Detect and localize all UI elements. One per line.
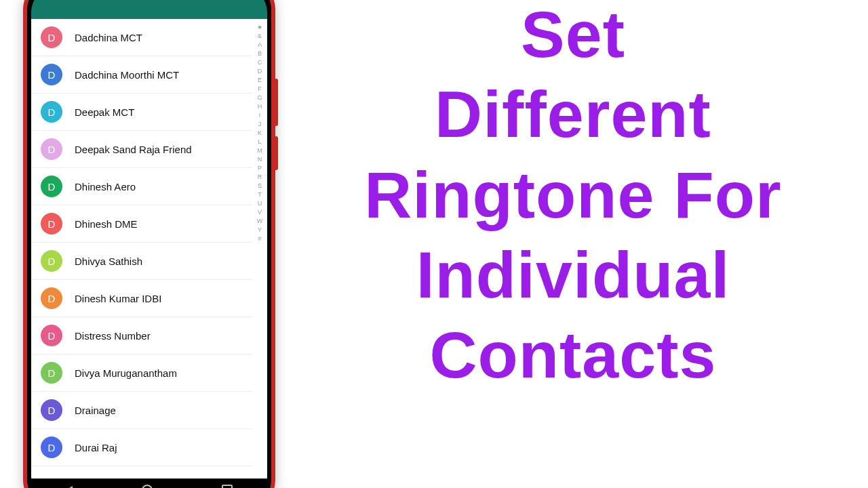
contact-name: Deepak MCT [75, 106, 134, 118]
contact-row[interactable]: DDrainage [31, 392, 252, 429]
contact-name: Drainage [75, 405, 116, 416]
android-nav-bar [31, 479, 267, 488]
contact-row[interactable]: DDistress Number [31, 317, 252, 354]
contact-row[interactable]: DDinesh Kumar IDBI [31, 280, 252, 317]
contact-row[interactable]: DDeepak MCT [31, 94, 252, 131]
index-letter[interactable]: C [258, 58, 262, 66]
index-letter[interactable]: D [258, 67, 262, 75]
contact-name: Divya Muruganantham [75, 367, 177, 379]
index-letter[interactable]: M [257, 146, 262, 155]
contact-name: Dhinesh Aero [75, 181, 136, 192]
index-letter[interactable]: B [258, 49, 262, 58]
contact-avatar: D [41, 287, 62, 309]
contact-name: Dadchina MCT [75, 32, 142, 43]
contact-row[interactable]: DDhivya Sathish [31, 243, 252, 280]
contact-avatar: D [41, 26, 62, 48]
index-letter[interactable]: W [257, 217, 263, 225]
status-bar [31, 0, 267, 19]
power-button [274, 136, 278, 170]
contact-avatar: D [41, 138, 62, 160]
index-letter[interactable]: & [258, 32, 262, 40]
index-letter[interactable]: S [258, 182, 262, 190]
contact-row[interactable]: DDivya Muruganantham [31, 354, 252, 392]
contact-name: Dadchina Moorthi MCT [75, 69, 179, 81]
index-letter[interactable]: N [258, 155, 262, 163]
contact-name: Distress Number [75, 330, 151, 342]
index-letter[interactable]: V [258, 208, 262, 216]
index-letter[interactable]: ★ [257, 23, 262, 31]
contact-avatar: D [41, 399, 62, 421]
index-letter[interactable]: A [258, 41, 262, 49]
contacts-screen: DDadchina MCTDDadchina Moorthi MCTDDeepa… [31, 19, 267, 479]
alpha-index[interactable]: ★&ABCDEFGHIJKLMNPRSTUVWY# [252, 19, 267, 479]
headline-line: Individual [292, 235, 854, 315]
headline-line: Ringtone For [292, 155, 854, 235]
contact-row[interactable]: DDadchina Moorthi MCT [31, 56, 252, 94]
index-letter[interactable]: F [258, 85, 262, 93]
contact-row[interactable]: DDhinesh Aero [31, 168, 252, 205]
home-icon[interactable] [142, 485, 153, 488]
contact-avatar: D [41, 362, 62, 384]
index-letter[interactable]: J [258, 120, 262, 128]
contact-name: Deepak Sand Raja Friend [75, 144, 192, 155]
contact-row[interactable]: DDhinesh DME [31, 205, 252, 243]
headline-line: Different [292, 75, 854, 155]
index-letter[interactable]: R [258, 173, 262, 181]
contact-avatar: D [41, 213, 62, 235]
contact-name: Dinesh Kumar IDBI [75, 293, 161, 304]
index-letter[interactable]: P [258, 164, 262, 172]
contact-row[interactable]: DDurai Raj [31, 429, 252, 466]
phone-frame: DDadchina MCTDDadchina Moorthi MCTDDeepa… [23, 0, 275, 488]
headline-line: Set [292, 0, 854, 75]
index-letter[interactable]: G [257, 94, 262, 102]
contact-name: Dhinesh DME [75, 218, 138, 230]
contact-row[interactable]: DDeepak Sand Raja Friend [31, 131, 252, 168]
index-letter[interactable]: # [258, 235, 261, 243]
contact-avatar: D [41, 176, 62, 197]
contact-avatar: D [41, 64, 62, 85]
contact-avatar: D [41, 325, 62, 346]
headline-line: Contacts [292, 315, 854, 395]
headline: Set Different Ringtone For Individual Co… [292, 0, 854, 396]
index-letter[interactable]: Y [258, 226, 262, 234]
contact-avatar: D [41, 250, 62, 272]
index-letter[interactable]: L [258, 138, 261, 146]
index-letter[interactable]: T [258, 190, 262, 199]
contact-list[interactable]: DDadchina MCTDDadchina Moorthi MCTDDeepa… [31, 19, 252, 479]
index-letter[interactable]: I [259, 111, 261, 119]
index-letter[interactable]: H [258, 102, 262, 110]
contact-name: Dhivya Sathish [75, 256, 142, 267]
volume-button [274, 79, 278, 126]
contact-name: Durai Raj [75, 442, 117, 453]
recents-icon[interactable] [222, 485, 233, 488]
index-letter[interactable]: U [258, 199, 262, 207]
contact-row[interactable]: DDadchina MCT [31, 19, 252, 56]
contact-avatar: D [41, 101, 62, 123]
index-letter[interactable]: E [258, 76, 262, 84]
contact-avatar: D [41, 436, 62, 458]
index-letter[interactable]: K [258, 129, 262, 137]
